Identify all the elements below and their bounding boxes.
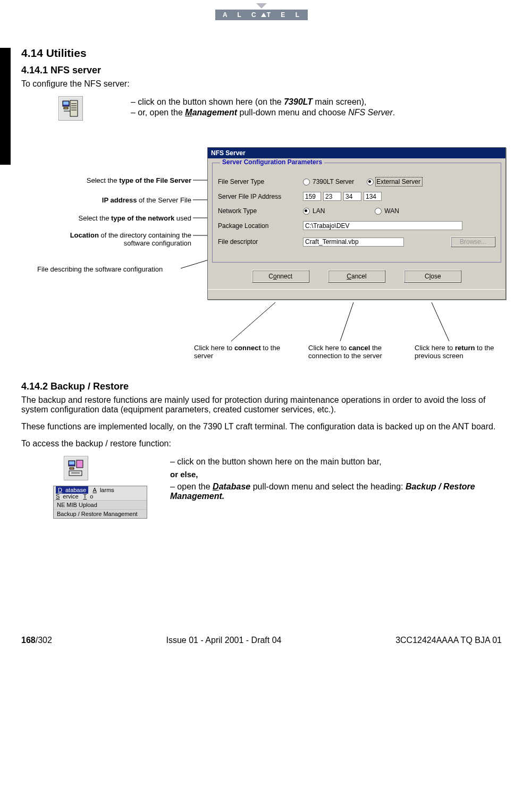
browse-button[interactable]: Browse... bbox=[451, 236, 495, 247]
section-heading-4142: 4.14.2 Backup / Restore bbox=[21, 381, 502, 392]
button-label: Connect bbox=[268, 273, 292, 280]
section-marker bbox=[0, 48, 11, 165]
text: pull-down menu and choose bbox=[237, 108, 348, 117]
text: . bbox=[393, 108, 395, 117]
menu-bar: Database Alarms Service To bbox=[54, 486, 147, 500]
status-bar bbox=[208, 289, 505, 299]
button-label: Close bbox=[425, 273, 441, 280]
text: 7390LT bbox=[284, 97, 313, 106]
instruction-item: open the Database pull-down menu and sel… bbox=[170, 482, 502, 501]
label-package-location: Package Location bbox=[218, 222, 303, 230]
annotation: IP address of the Server File bbox=[53, 196, 191, 204]
page-number: 168/302 bbox=[21, 636, 52, 645]
radio-external-server[interactable]: External Server bbox=[367, 178, 421, 185]
svg-rect-3 bbox=[70, 100, 78, 116]
text: NFS Server bbox=[348, 108, 393, 117]
paragraph: To access the backup / restore function: bbox=[21, 439, 502, 449]
annotation: Click here to return to the previous scr… bbox=[415, 344, 505, 360]
svg-rect-2 bbox=[64, 107, 68, 109]
paragraph: These functions are implemented locally,… bbox=[21, 422, 502, 432]
text: anagement bbox=[192, 108, 237, 117]
radio-lan[interactable]: LAN bbox=[303, 207, 325, 215]
menu-item-ne-mib-upload[interactable]: NE MIB Upload bbox=[54, 500, 147, 509]
intro-text: To configure the NFS server: bbox=[21, 79, 502, 89]
issue-info: Issue 01 - April 2001 - Draft 04 bbox=[166, 636, 282, 645]
annotation: Select the type of the network used bbox=[43, 214, 191, 222]
file-descriptor-input[interactable] bbox=[303, 238, 404, 247]
paragraph: The backup and restore functions are mai… bbox=[21, 395, 502, 415]
text: or, open the bbox=[138, 108, 185, 117]
ip-octet-4[interactable] bbox=[364, 192, 382, 201]
svg-line-16 bbox=[432, 302, 449, 341]
backup-restore-icon bbox=[64, 456, 88, 480]
label-ip-address: Server File IP Address bbox=[218, 193, 303, 200]
cancel-button[interactable]: Cancel bbox=[328, 270, 385, 283]
close-button[interactable]: Close bbox=[404, 270, 461, 283]
ip-octet-2[interactable] bbox=[323, 192, 341, 201]
database-menu: Database Alarms Service To NE MIB Upload… bbox=[53, 486, 147, 519]
text: click on the button shown here (on the bbox=[138, 97, 284, 106]
ip-octet-3[interactable] bbox=[343, 192, 361, 201]
annotation: File describing the software configurati… bbox=[37, 265, 197, 273]
radio-wan[interactable]: WAN bbox=[375, 207, 399, 215]
menu-database[interactable]: Database bbox=[56, 486, 88, 494]
annotation: Click here to cancel the connection to t… bbox=[308, 344, 409, 360]
instruction-item: click on the button shown here (on the 7… bbox=[131, 97, 502, 107]
svg-rect-1 bbox=[63, 102, 69, 105]
svg-rect-19 bbox=[77, 460, 83, 468]
annotation: Click here to connect to the server bbox=[194, 344, 284, 360]
section-heading-414: 4.14 Utilities bbox=[21, 47, 502, 60]
instruction-item: or, open the Management pull-down menu a… bbox=[131, 108, 502, 117]
radio-label: External Server bbox=[376, 178, 421, 185]
label-file-descriptor: File descriptor bbox=[218, 238, 303, 246]
section-heading-4141: 4.14.1 NFS server bbox=[21, 65, 502, 76]
radio-label: WAN bbox=[384, 207, 399, 215]
annotation: Select the type of the File Server bbox=[53, 176, 191, 184]
label-file-server-type: File Server Type bbox=[218, 178, 303, 185]
text: M bbox=[185, 108, 192, 117]
groupbox-title: Server Configuration Parameters bbox=[220, 158, 324, 166]
instruction-item: click on the button shown here on the ma… bbox=[170, 457, 502, 467]
window-title: NFS Server bbox=[208, 148, 505, 158]
menu-alarms[interactable]: Alarms bbox=[93, 487, 114, 493]
radio-7390lt-server[interactable]: 7390LT Server bbox=[303, 178, 354, 185]
package-location-input[interactable] bbox=[303, 221, 462, 230]
nfs-server-window: NFS Server Server Configuration Paramete… bbox=[207, 147, 506, 300]
button-label: Cancel bbox=[347, 273, 366, 280]
radio-label: LAN bbox=[313, 207, 325, 215]
text: main screen), bbox=[313, 97, 366, 106]
label-network-type: Network Type bbox=[218, 207, 303, 215]
svg-rect-20 bbox=[70, 468, 74, 469]
menu-to[interactable]: To bbox=[83, 493, 94, 500]
nfs-server-icon bbox=[58, 96, 83, 121]
ip-octet-1[interactable] bbox=[303, 192, 321, 201]
svg-rect-18 bbox=[69, 461, 74, 464]
svg-line-14 bbox=[231, 302, 275, 341]
brand-arrow-icon bbox=[256, 3, 267, 9]
radio-label: 7390LT Server bbox=[313, 178, 354, 185]
svg-line-15 bbox=[340, 302, 353, 341]
or-else: or else, bbox=[170, 470, 502, 479]
doc-id: 3CC12424AAAA TQ BJA 01 bbox=[395, 636, 502, 645]
annotation: Location of the directory containing the… bbox=[52, 231, 191, 247]
menu-service[interactable]: Service bbox=[56, 493, 79, 500]
menu-item-backup-restore[interactable]: Backup / Restore Management bbox=[54, 509, 147, 518]
brand-logo: A L CT E L bbox=[215, 10, 308, 20]
connect-button[interactable]: Connect bbox=[252, 270, 309, 283]
